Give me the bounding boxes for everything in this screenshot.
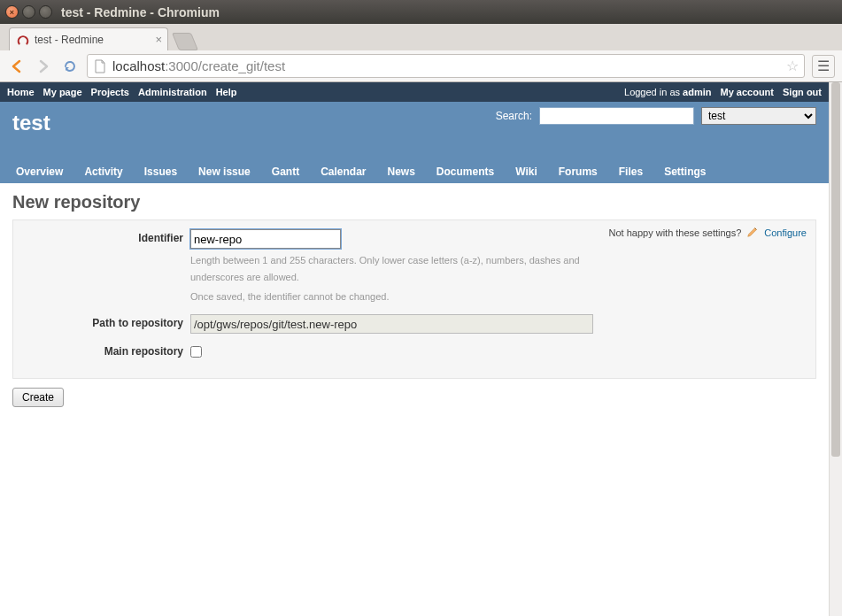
top-menu-home[interactable]: Home [7, 87, 35, 97]
top-menu-left: Home My page Projects Administration Hel… [7, 87, 236, 97]
identifier-hint-1: Length between 1 and 255 characters. Onl… [190, 252, 633, 285]
search-label[interactable]: Search: [496, 110, 532, 122]
url-host: localhost [112, 58, 165, 73]
contextual-links: Not happy with these settings? Configure [608, 226, 807, 240]
window-buttons: × [5, 5, 52, 19]
content-area: New repository Not happy with these sett… [0, 183, 829, 416]
main-menu-gantt[interactable]: Gantt [261, 160, 310, 183]
pencil-icon [746, 226, 759, 240]
bookmark-star-icon[interactable]: ☆ [786, 58, 799, 74]
browser-tab[interactable]: test - Redmine × [9, 27, 168, 50]
header-search-area: Search: test [496, 107, 816, 125]
main-menu-new-issue[interactable]: New issue [188, 160, 261, 183]
search-input[interactable] [539, 107, 694, 125]
window-minimize-button[interactable] [22, 5, 35, 19]
browser-reload-button[interactable] [60, 57, 80, 76]
submit-area: Create [12, 388, 816, 407]
contextual-text: Not happy with these settings? [608, 227, 741, 238]
main-repository-checkbox[interactable] [190, 346, 202, 358]
identifier-label: Identifier [22, 229, 190, 244]
identifier-input[interactable] [190, 229, 341, 249]
browser-back-button[interactable] [7, 57, 27, 76]
tab-close-icon[interactable]: × [155, 33, 162, 46]
main-menu-overview[interactable]: Overview [5, 160, 73, 183]
main-menu-documents[interactable]: Documents [426, 160, 505, 183]
create-button[interactable]: Create [12, 388, 64, 407]
main-menu-settings[interactable]: Settings [653, 160, 716, 183]
browser-chrome: test - Redmine × localhost:3000/create_g… [0, 24, 842, 82]
page-scrollbar[interactable] [829, 82, 842, 616]
redmine-top-menu: Home My page Projects Administration Hel… [0, 82, 829, 102]
redmine-header: Search: test test Overview Activity Issu… [0, 102, 829, 183]
project-main-menu: Overview Activity Issues New issue Gantt… [5, 160, 823, 183]
main-menu-issues[interactable]: Issues [134, 160, 188, 183]
logged-in-prefix: Logged in as [624, 87, 683, 97]
main-menu-activity[interactable]: Activity [73, 160, 133, 183]
page-icon [93, 59, 107, 73]
top-menu-administration[interactable]: Administration [138, 87, 207, 97]
top-menu-right: Logged in as admin My account Sign out [624, 87, 822, 97]
logged-in-text: Logged in as admin [624, 87, 711, 97]
os-window-titlebar: × test - Redmine - Chromium [0, 0, 842, 24]
scrollbar-thumb[interactable] [831, 82, 840, 457]
top-menu-projects[interactable]: Projects [91, 87, 129, 97]
browser-toolbar: localhost:3000/create_git/test ☆ ☰ [0, 50, 842, 81]
main-menu-forums[interactable]: Forums [548, 160, 608, 183]
configure-link[interactable]: Configure [764, 227, 807, 238]
browser-omnibox[interactable]: localhost:3000/create_git/test ☆ [87, 54, 805, 78]
path-input [190, 314, 593, 334]
project-jump-select[interactable]: test [701, 107, 816, 125]
top-menu-help[interactable]: Help [216, 87, 237, 97]
window-close-button[interactable]: × [5, 5, 19, 19]
page-viewport: Home My page Projects Administration Hel… [0, 82, 829, 616]
main-repository-label: Main repository [22, 343, 190, 358]
path-label: Path to repository [22, 314, 190, 329]
row-path: Path to repository [22, 314, 807, 334]
top-menu-mypage[interactable]: My page [43, 87, 82, 97]
main-menu-wiki[interactable]: Wiki [505, 160, 548, 183]
main-menu-news[interactable]: News [377, 160, 426, 183]
row-identifier: Identifier Length between 1 and 255 char… [22, 229, 807, 305]
row-main-repository: Main repository [22, 343, 807, 360]
url-path: :3000/create_git/test [165, 58, 285, 73]
main-menu-files[interactable]: Files [608, 160, 653, 183]
tab-title: test - Redmine [35, 34, 104, 46]
main-menu-calendar[interactable]: Calendar [310, 160, 376, 183]
browser-menu-button[interactable]: ☰ [812, 55, 835, 78]
top-menu-myaccount[interactable]: My account [720, 87, 774, 97]
new-tab-button[interactable] [172, 33, 198, 50]
browser-forward-button[interactable] [34, 57, 53, 76]
identifier-hint-2: Once saved, the identifier cannot be cha… [190, 289, 633, 305]
browser-tabstrip: test - Redmine × [0, 24, 842, 50]
repository-form-box: Not happy with these settings? Configure… [12, 219, 816, 379]
window-maximize-button[interactable] [39, 5, 52, 19]
logged-in-user-link[interactable]: admin [683, 87, 711, 97]
tab-favicon-icon [17, 34, 29, 46]
top-menu-signout[interactable]: Sign out [783, 87, 822, 97]
window-title: test - Redmine - Chromium [61, 5, 220, 19]
page-heading: New repository [12, 192, 816, 212]
